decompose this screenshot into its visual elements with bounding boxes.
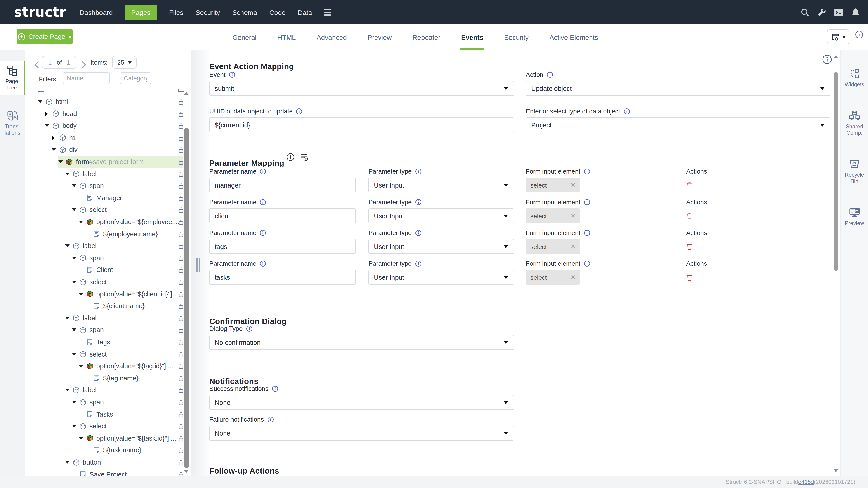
expand-caret-open-icon[interactable] <box>58 158 63 165</box>
nav-item-pages[interactable]: Pages <box>125 4 157 20</box>
info-icon[interactable] <box>583 260 590 267</box>
info-icon[interactable] <box>415 199 422 205</box>
failure-notifications-select[interactable]: None <box>209 426 514 441</box>
tree-node-optionvaluetagid[interactable]: option[value="${tag.id}"] ... <box>78 360 174 372</box>
lock-icon[interactable] <box>178 267 184 273</box>
tree-node-clientname[interactable]: ${client.name} <box>85 300 145 312</box>
tree-node-tasks[interactable]: Tasks <box>78 408 113 420</box>
hamburger-menu-icon[interactable] <box>324 9 331 15</box>
main-scroll-down[interactable] <box>834 469 838 475</box>
tree-node-tags[interactable]: Tags <box>78 336 110 348</box>
rail-item-preview[interactable]: Preview <box>841 202 868 231</box>
info-icon[interactable] <box>623 108 630 115</box>
add-parameters-from-list-icon[interactable] <box>299 152 308 161</box>
info-icon[interactable] <box>260 199 267 205</box>
rail-item-widgets[interactable]: Widgets <box>841 64 868 92</box>
expand-caret-open-icon[interactable] <box>65 242 70 250</box>
tab-general[interactable]: General <box>232 24 256 50</box>
tree-scrollbar[interactable] <box>184 128 188 468</box>
nav-item-security[interactable]: Security <box>195 8 220 16</box>
nav-item-dashboard[interactable]: Dashboard <box>80 8 113 16</box>
expand-caret-open-icon[interactable] <box>71 254 76 262</box>
rail-item-recyclebin[interactable]: RecycleBin <box>841 154 868 189</box>
tree-node-optionvaluetaskid[interactable]: option[value="${task.id}"] ... <box>78 432 176 444</box>
expand-caret-open-icon[interactable] <box>71 278 76 286</box>
page-size-select[interactable]: 25 <box>112 56 136 69</box>
param-type-select[interactable]: User Input <box>368 239 514 254</box>
expand-caret-open-icon[interactable] <box>71 398 76 406</box>
tab-html[interactable]: HTML <box>277 24 296 50</box>
uuid-input[interactable] <box>209 118 514 132</box>
info-icon[interactable] <box>415 260 422 267</box>
nav-item-data[interactable]: Data <box>298 8 312 16</box>
build-link[interactable]: e415d <box>798 479 814 485</box>
remove-icon[interactable]: ✕ <box>570 182 576 188</box>
param-name-input[interactable] <box>209 177 356 193</box>
lock-icon[interactable] <box>178 327 184 334</box>
tree-node-optionvalueclientid[interactable]: option[value="${client.id}"]... <box>78 288 178 300</box>
tab-repeater[interactable]: Repeater <box>412 24 440 50</box>
expand-caret-open-icon[interactable] <box>65 387 70 394</box>
param-name-input[interactable] <box>209 239 356 254</box>
add-parameter-icon[interactable] <box>286 153 295 161</box>
wrench-icon[interactable] <box>817 7 827 17</box>
info-icon[interactable] <box>260 260 267 267</box>
info-icon[interactable] <box>583 229 590 236</box>
tree-node-span[interactable]: span <box>71 180 104 192</box>
delete-icon[interactable] <box>686 181 693 189</box>
rail-item-pagetree[interactable]: PageTree <box>0 61 25 95</box>
lock-icon[interactable] <box>178 351 184 358</box>
lock-icon[interactable] <box>178 159 184 165</box>
expand-caret-open-icon[interactable] <box>65 170 70 177</box>
rail-item-sharedcomp[interactable]: SharedComp. <box>841 106 868 140</box>
form-input-element-chip[interactable]: select✕ <box>526 239 580 254</box>
dialog-type-select[interactable]: No confirmation <box>209 335 514 350</box>
delete-icon[interactable] <box>686 242 693 251</box>
lock-icon[interactable] <box>178 147 184 153</box>
remove-icon[interactable]: ✕ <box>570 243 576 250</box>
lock-icon[interactable] <box>178 447 184 454</box>
info-icon[interactable] <box>267 416 274 423</box>
expand-caret-open-icon[interactable] <box>71 206 76 214</box>
nav-item-files[interactable]: Files <box>169 8 183 16</box>
tree-node-optionvalueemployee[interactable]: option[value="${employee.... <box>78 216 179 228</box>
lock-icon[interactable] <box>178 242 184 250</box>
resize-handle[interactable] <box>196 258 200 272</box>
expand-caret-open-icon[interactable] <box>78 362 83 369</box>
tab-events[interactable]: Events <box>461 24 483 50</box>
page-number-box[interactable]: 1 of 1 <box>42 56 76 69</box>
expand-caret-open-icon[interactable] <box>71 422 76 430</box>
param-type-select[interactable]: User Input <box>368 208 514 223</box>
param-type-select[interactable]: User Input <box>368 270 514 285</box>
create-page-button[interactable]: Create Page <box>17 29 73 44</box>
info-icon[interactable] <box>246 325 252 332</box>
lock-icon[interactable] <box>178 411 184 418</box>
tree-node-span[interactable]: span <box>71 252 104 264</box>
rail-item-translations[interactable]: Trans-lations <box>0 106 25 140</box>
lock-icon[interactable] <box>178 98 184 105</box>
expand-caret-open-icon[interactable] <box>78 435 83 442</box>
tree-node-tagname[interactable]: ${tag.name} <box>85 372 138 384</box>
tree-node-div[interactable]: div <box>51 144 78 156</box>
action-select[interactable]: Update object <box>526 81 831 96</box>
terminal-icon[interactable] <box>834 8 844 17</box>
search-icon[interactable] <box>800 7 810 17</box>
lock-icon[interactable] <box>178 315 184 322</box>
info-icon[interactable] <box>415 168 422 175</box>
expand-caret-open-icon[interactable] <box>44 122 49 129</box>
tree-node-select[interactable]: select <box>71 204 107 216</box>
lock-icon[interactable] <box>178 255 184 262</box>
tree-node-select[interactable]: select <box>71 348 107 360</box>
tab-preview[interactable]: Preview <box>368 24 392 50</box>
info-icon[interactable] <box>229 71 236 78</box>
tree-node-select[interactable]: select <box>71 420 107 432</box>
info-icon[interactable] <box>583 168 590 175</box>
delete-icon[interactable] <box>686 212 693 220</box>
expand-caret-open-icon[interactable] <box>65 315 70 322</box>
expand-caret-closed-icon[interactable] <box>44 111 49 116</box>
info-icon[interactable] <box>415 229 422 236</box>
prev-page-icon[interactable] <box>35 61 41 68</box>
tree-node-manager[interactable]: Manager <box>78 192 122 204</box>
tree-node-taskname[interactable]: ${task.name} <box>85 445 141 456</box>
tab-active-elements[interactable]: Active Elements <box>550 24 598 50</box>
